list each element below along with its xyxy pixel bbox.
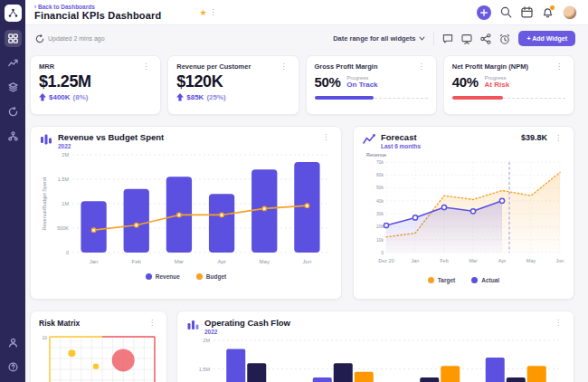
svg-text:Jun: Jun: [303, 259, 312, 264]
sidebar-item-sync[interactable]: [5, 103, 22, 120]
risk-matrix-chart: 10Likelihood: [39, 328, 158, 382]
svg-text:50k: 50k: [376, 185, 384, 190]
refresh-icon[interactable]: [35, 34, 44, 43]
kpi-value: 40%: [452, 74, 479, 90]
sidebar-bottom: [5, 334, 22, 376]
share-icon[interactable]: [480, 33, 491, 44]
legend-dot: [471, 277, 478, 283]
sidebar-item-dashboards[interactable]: [5, 30, 22, 47]
comments-icon[interactable]: [442, 33, 453, 44]
widget-subtitle: 2022: [204, 329, 290, 335]
operating-cash-flow-chart: 2M1.5M1M500K0Revenue: [186, 335, 564, 382]
kpi-kebab-menu[interactable]: ⋮: [415, 62, 428, 71]
user-icon: [8, 338, 18, 348]
alarm-icon[interactable]: [499, 33, 510, 44]
svg-text:Revenue/Budget Spend: Revenue/Budget Spend: [42, 177, 47, 230]
svg-text:Jun: Jun: [556, 258, 564, 263]
svg-text:Apr: Apr: [217, 259, 225, 264]
svg-text:1M: 1M: [62, 201, 69, 206]
svg-text:Mar: Mar: [175, 259, 184, 264]
svg-text:Jan: Jan: [90, 259, 99, 264]
kpi-kebab-menu[interactable]: ⋮: [553, 62, 565, 71]
sidebar-item-help[interactable]: [5, 358, 22, 376]
forecast-summary-value: $39.8K: [521, 133, 547, 142]
charts-row: Revenue vs Budget Spent 2022 ⋮ 2M1.5M1M5…: [30, 126, 574, 300]
topbar-actions: [477, 5, 577, 20]
user-avatar[interactable]: [563, 5, 577, 20]
legend-label: Budget: [206, 273, 226, 280]
revenue-vs-budget-chart: 2M1.5M1M500K0Revenue/Budget SpendJanFebM…: [40, 149, 332, 271]
date-range-dropdown[interactable]: Date range for all widgets: [333, 34, 425, 43]
updated-text: Updated 2 mins ago: [48, 35, 105, 42]
kpi-card-revenue-per-customer: Revenue per Customer ⋮ $120K $85K (25%): [167, 55, 299, 115]
svg-text:70k: 70k: [376, 159, 384, 165]
kpi-delta-value: $400K: [49, 93, 71, 101]
svg-text:Feb: Feb: [132, 259, 142, 264]
kpi-delta-value: $85K: [186, 93, 204, 101]
line-chart-icon: [363, 133, 375, 146]
kpi-row: MRR ⋮ $1.25M $400K (8%) Revenue per Cust…: [30, 55, 574, 115]
trend-up-icon: [176, 93, 184, 101]
sidebar-item-account[interactable]: [5, 334, 22, 351]
kpi-value: 50%: [315, 74, 341, 90]
create-button[interactable]: [477, 5, 491, 20]
search-icon[interactable]: [500, 6, 512, 18]
widget-kebab-menu[interactable]: ⋮: [319, 133, 332, 141]
svg-text:Mar: Mar: [469, 258, 478, 263]
favorite-star-icon[interactable]: ★: [200, 8, 207, 17]
app-logo[interactable]: [5, 5, 22, 22]
calendar-icon[interactable]: [521, 6, 533, 18]
svg-text:60k: 60k: [376, 172, 384, 177]
svg-text:May: May: [526, 258, 536, 263]
kpi-card-gross-profit-margin: Gross Profit Margin ⋮ 50% Progress On Tr…: [306, 55, 437, 115]
legend-item-budget[interactable]: Budget: [196, 273, 226, 280]
progress-track: [452, 96, 565, 100]
widget-title: Forecast: [381, 133, 421, 143]
kpi-card-net-profit-margin: Net Profit Margin (NPM) ⋮ 40% Progress A…: [443, 55, 574, 115]
dashboard-grid-icon: [8, 33, 18, 43]
svg-text:Jan: Jan: [412, 258, 420, 263]
widget-kebab-menu[interactable]: ⋮: [552, 134, 564, 142]
widget-title: Revenue vs Budget Spent: [58, 133, 164, 143]
notification-dot: [550, 5, 555, 10]
widget-subtitle: 2022: [58, 143, 164, 149]
back-link[interactable]: ‹ Back to Dashboards: [34, 4, 162, 10]
page-title: Financial KPIs Dashboard: [34, 10, 162, 21]
notifications-button[interactable]: [542, 6, 554, 18]
legend-item-actual[interactable]: Actual: [471, 277, 499, 283]
widget-kebab-menu[interactable]: ⋮: [146, 319, 158, 327]
kpi-kebab-menu[interactable]: ⋮: [139, 62, 152, 71]
legend-dot: [146, 273, 152, 280]
kpi-kebab-menu[interactable]: ⋮: [278, 62, 290, 71]
legend-label: Actual: [481, 277, 499, 283]
layers-icon: [8, 82, 18, 92]
kpi-delta-percent: (25%): [206, 93, 225, 101]
trend-line-icon: [8, 58, 18, 68]
title-kebab-menu[interactable]: ⋮: [207, 8, 220, 16]
widget-operating-cash-flow: Operating Cash Flow 2022 ⋮ 2M1.5M1M500K0…: [176, 310, 574, 382]
presentation-icon[interactable]: [461, 33, 472, 44]
legend-dot: [428, 277, 434, 283]
date-range-label: Date range for all widgets: [333, 34, 415, 43]
add-widget-button[interactable]: + Add Widget: [518, 31, 575, 46]
forecast-chart: 70k60k50k40k30k20k10k0RevenueDec 20JanFe…: [363, 149, 564, 274]
sidebar-item-data-sources[interactable]: [5, 79, 22, 96]
svg-text:10: 10: [42, 335, 47, 340]
logo-icon: [8, 8, 18, 18]
kpi-title: Gross Profit Margin: [315, 62, 378, 71]
widget-revenue-vs-budget: Revenue vs Budget Spent 2022 ⋮ 2M1.5M1M5…: [30, 126, 342, 300]
widget-risk-matrix: Risk Matrix ⋮ 10Likelihood: [30, 310, 167, 382]
trend-up-icon: [39, 93, 46, 101]
sync-icon: [8, 107, 18, 117]
svg-text:10k: 10k: [376, 236, 384, 242]
sidebar-item-analytics[interactable]: [5, 54, 22, 72]
top-header: ‹ Back to Dashboards Financial KPIs Dash…: [25, 0, 588, 25]
legend-item-revenue[interactable]: Revenue: [146, 273, 180, 280]
widget-kebab-menu[interactable]: ⋮: [552, 319, 564, 327]
updated-status: Updated 2 mins ago: [35, 34, 105, 43]
widget-title: Risk Matrix: [39, 319, 80, 328]
sidebar-item-integrations[interactable]: [5, 128, 22, 145]
kpi-title: Revenue per Customer: [176, 62, 251, 71]
kpi-card-mrr: MRR ⋮ $1.25M $400K (8%): [30, 55, 161, 115]
legend-item-target[interactable]: Target: [428, 277, 455, 283]
